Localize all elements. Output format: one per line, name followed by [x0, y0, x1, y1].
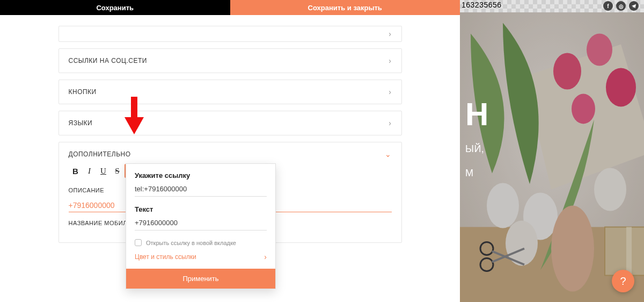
newtab-checkbox[interactable] [135, 239, 142, 246]
popover-text-input[interactable] [135, 218, 267, 231]
link-popover: Укажите ссылку Текст Открыть ссылку в но… [126, 163, 276, 289]
chevron-right-icon: › [389, 30, 391, 38]
popover-text-label: Текст [135, 205, 267, 213]
telegram-icon[interactable] [629, 1, 639, 11]
italic-button[interactable]: I [83, 164, 97, 178]
panel-social-label: ССЫЛКИ НА СОЦ.СЕТИ [69, 57, 147, 64]
panel-extra-label: ДОПОЛНИТЕЛЬНО [69, 150, 131, 158]
bold-button[interactable]: B [69, 164, 83, 178]
panel-languages-label: ЯЗЫКИ [69, 119, 93, 127]
site-preview: 163235656 f ◎ [460, 0, 644, 302]
popover-url-input[interactable] [135, 184, 267, 197]
chevron-right-icon: › [389, 56, 391, 65]
apply-button[interactable]: Применить [126, 269, 275, 289]
panel-buttons-label: КНОПКИ [69, 88, 97, 96]
hero-heading-fragment: Н [465, 98, 644, 131]
help-button[interactable]: ? [612, 270, 634, 292]
strikethrough-button[interactable]: S [111, 164, 125, 178]
panel-collapsed-blank[interactable]: › [58, 26, 402, 42]
underline-button[interactable]: U [97, 164, 111, 178]
preview-topbar: 163235656 f ◎ [460, 0, 644, 12]
hero-line1-fragment: ЫЙ, [465, 143, 644, 155]
hero-line2-fragment: М [465, 168, 644, 179]
panel-social[interactable]: ССЫЛКИ НА СОЦ.СЕТИ › [58, 48, 402, 73]
collapse-icon[interactable]: ⌄ [385, 150, 392, 159]
link-style-row[interactable]: Цвет и стиль ссылки › [126, 246, 275, 269]
popover-url-label: Укажите ссылку [135, 171, 267, 179]
facebook-icon[interactable]: f [603, 1, 613, 11]
newtab-label: Открыть ссылку в новой вкладке [146, 240, 236, 246]
panel-buttons[interactable]: КНОПКИ › [58, 80, 402, 104]
save-button[interactable]: Сохранить [0, 0, 230, 15]
chevron-right-icon: › [264, 253, 267, 261]
hero-text: Н ЫЙ, М [465, 98, 644, 179]
save-close-button[interactable]: Сохранить и закрыть [230, 0, 460, 15]
chevron-right-icon: › [389, 88, 391, 96]
preview-hero-image: Н ЫЙ, М [460, 12, 644, 302]
chevron-right-icon: › [389, 119, 391, 127]
preview-phone-fragment: 163235656 [462, 1, 502, 9]
instagram-icon[interactable]: ◎ [616, 1, 626, 11]
link-style-label: Цвет и стиль ссылки [135, 253, 196, 261]
panel-languages[interactable]: ЯЗЫКИ › [58, 111, 402, 135]
